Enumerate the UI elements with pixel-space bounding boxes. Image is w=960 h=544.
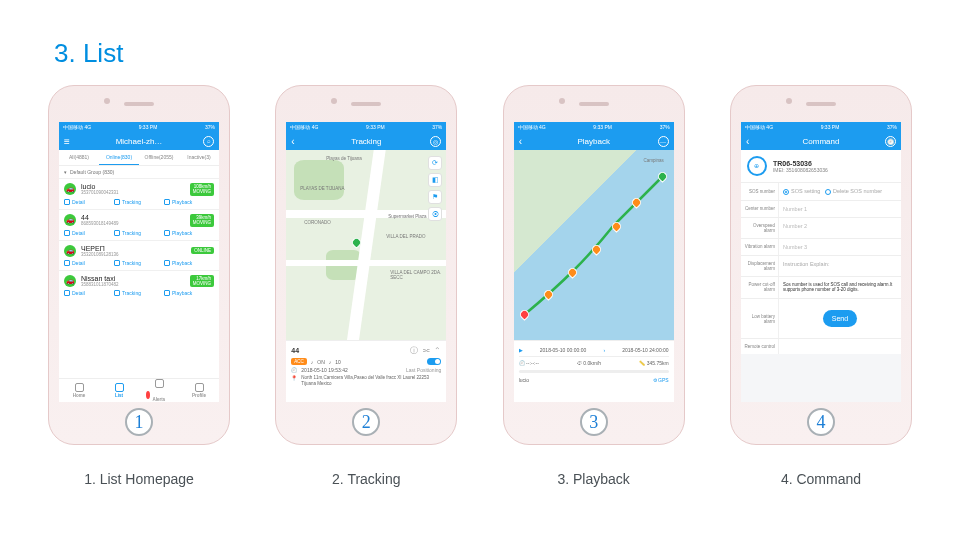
nav-list[interactable]: List	[99, 379, 139, 402]
home-button-4[interactable]: 4	[807, 408, 835, 436]
device-imei: 868593018149489	[81, 221, 119, 226]
toggle-switch[interactable]	[427, 358, 441, 365]
nav-alerts[interactable]: Alerts	[139, 379, 179, 402]
action-playback[interactable]: Playback	[164, 260, 214, 266]
nav-home[interactable]: Home	[59, 379, 99, 402]
row-label[interactable]: Power cut-off alarm	[741, 277, 779, 299]
pb-device: lucio	[519, 377, 529, 383]
status-bar: 中国移动 4G 9:33 PM 37%	[59, 122, 219, 132]
map-label: Supermarket Plaza	[388, 214, 426, 219]
tab-online[interactable]: Online(830)	[99, 150, 139, 165]
back-icon[interactable]: ‹	[519, 136, 522, 147]
app-header: ‹ Tracking ◎	[286, 132, 446, 150]
target-icon[interactable]: ◎	[430, 136, 441, 147]
input-placeholder[interactable]: Number 2	[783, 223, 807, 229]
date-to[interactable]: 2018-05-10 24:00:00	[622, 347, 668, 353]
device-name: TR06-53036	[773, 160, 828, 167]
date-from[interactable]: 2018-05-10 00:00:00	[540, 347, 586, 353]
tab-offline[interactable]: Offline(2055)	[139, 150, 179, 165]
row-label[interactable]: Center number	[741, 201, 779, 217]
send-button[interactable]: Send	[823, 310, 857, 327]
imei-value: 351608082653036	[786, 167, 828, 173]
caption-4: 4. Command	[781, 471, 861, 487]
row-label[interactable]: SOS number	[741, 183, 779, 200]
action-playback[interactable]: Playback	[164, 230, 214, 236]
cmd-row: SOS numberSOS setting Delete SOS number	[741, 182, 901, 200]
tracking-map[interactable]: Playas de Tijuana PLAYAS DE TIJUANA CORO…	[286, 150, 446, 402]
caption-3: 3. Playback	[557, 471, 629, 487]
play-icon[interactable]: ▶	[519, 347, 523, 353]
car-icon: 🚗	[64, 183, 76, 195]
home-button-2[interactable]: 2	[352, 408, 380, 436]
device-imei: 358831011870482	[81, 282, 119, 287]
action-detail[interactable]: Detail	[64, 260, 114, 266]
screen-list: 中国移动 4G 9:33 PM 37% ≡ Michael-zh… ⌕ All(…	[59, 122, 219, 402]
tab-all[interactable]: All(4881)	[59, 150, 99, 165]
device-header: ⊕ TR06-53036 IMEI: 351608082653036	[741, 150, 901, 182]
device-name: Nissan taxi	[81, 275, 119, 282]
device-row[interactable]: 🚗lucio353701090042331108km/hMOVINGDetail…	[59, 178, 219, 209]
share-icon[interactable]: ⫘	[422, 346, 430, 355]
action-tracking[interactable]: Tracking	[114, 230, 164, 236]
action-tracking[interactable]: Tracking	[114, 290, 164, 296]
action-playback[interactable]: Playback	[164, 199, 214, 205]
map-label: Playas de Tijuana	[326, 156, 362, 161]
progress-bar[interactable]	[519, 370, 669, 373]
phone-row: 中国移动 4G 9:33 PM 37% ≡ Michael-zh… ⌕ All(…	[0, 85, 960, 487]
device-row[interactable]: 🚗Nissan taxi35883101187048217km/hMOVINGD…	[59, 270, 219, 301]
chevron-up-icon[interactable]: ⌃	[434, 346, 441, 355]
layers-icon[interactable]: ◧	[428, 173, 442, 187]
cmd-row: Overspeed alarmNumber 2	[741, 217, 901, 238]
panel-speed: 10	[335, 359, 341, 365]
device-row[interactable]: 🚗4486859301814948939km/hMOVINGDetailTrac…	[59, 209, 219, 240]
home-button-1[interactable]: 1	[125, 408, 153, 436]
traffic-icon[interactable]: ⚑	[428, 190, 442, 204]
group-header[interactable]: ▾Default Group (830)	[59, 166, 219, 178]
info-icon[interactable]: ⓘ	[410, 345, 418, 356]
app-header: ≡ Michael-zh… ⌕	[59, 132, 219, 150]
caption-2: 2. Tracking	[332, 471, 400, 487]
playback-map[interactable]: Campinas	[514, 150, 674, 340]
playback-panel: ▶ 2018-05-10 00:00:00 › 2018-05-10 24:00…	[514, 340, 674, 402]
action-detail[interactable]: Detail	[64, 290, 114, 296]
status-badge: 17km/hMOVING	[190, 275, 214, 288]
group-label: Default Group (830)	[70, 169, 114, 175]
home-button-3[interactable]: 3	[580, 408, 608, 436]
radio-off[interactable]	[825, 189, 831, 195]
row-text: Instruction Explain:	[783, 261, 829, 267]
street-icon[interactable]: ⦿	[428, 207, 442, 221]
carrier: 中国移动 4G	[290, 124, 318, 130]
row-label[interactable]: Overspeed alarm	[741, 218, 779, 238]
gps-label[interactable]: GPS	[658, 377, 669, 383]
history-icon[interactable]: 🕘	[885, 136, 896, 147]
action-detail[interactable]: Detail	[64, 230, 114, 236]
refresh-icon[interactable]: ⟳	[428, 156, 442, 170]
car-icon: 🚗	[64, 275, 76, 287]
options-icon[interactable]: ⋯	[658, 136, 669, 147]
tab-inactive[interactable]: Inactive(3)	[179, 150, 219, 165]
cmd-row: Power cut-off alarmSos number is used fo…	[741, 276, 901, 299]
row-label[interactable]: Low battery alarm	[741, 299, 779, 338]
map-label: VILLA DEL CAMPO 2DA. SECC	[390, 270, 446, 280]
input-placeholder[interactable]: Number 3	[783, 244, 807, 250]
steering-wheel-icon: ⊕	[747, 156, 767, 176]
device-row[interactable]: 🚗ЧЕРЕП353201089128136ONLINEDetailTrackin…	[59, 240, 219, 270]
action-playback[interactable]: Playback	[164, 290, 214, 296]
phone-4: 中国移动 4G 9:33 PM 37% ‹ Command 🕘 ⊕ TR06-5…	[730, 85, 912, 487]
radio-on[interactable]	[783, 189, 789, 195]
nav-profile[interactable]: Profile	[179, 379, 219, 402]
input-placeholder[interactable]: Number 1	[783, 206, 807, 212]
action-tracking[interactable]: Tracking	[114, 199, 164, 205]
row-label[interactable]: Remote control	[741, 339, 779, 354]
row-label[interactable]: Displacement alarm	[741, 256, 779, 276]
pb-time: --:--:--	[526, 360, 539, 366]
device-imei: 353701090042331	[81, 190, 119, 195]
status-time: 9:33 PM	[593, 124, 612, 130]
action-tracking[interactable]: Tracking	[114, 260, 164, 266]
row-label[interactable]: Vibration alarm	[741, 239, 779, 255]
back-icon[interactable]: ‹	[291, 136, 294, 147]
search-icon[interactable]: ⌕	[203, 136, 214, 147]
back-icon[interactable]: ‹	[746, 136, 749, 147]
menu-icon[interactable]: ≡	[64, 136, 70, 147]
action-detail[interactable]: Detail	[64, 199, 114, 205]
